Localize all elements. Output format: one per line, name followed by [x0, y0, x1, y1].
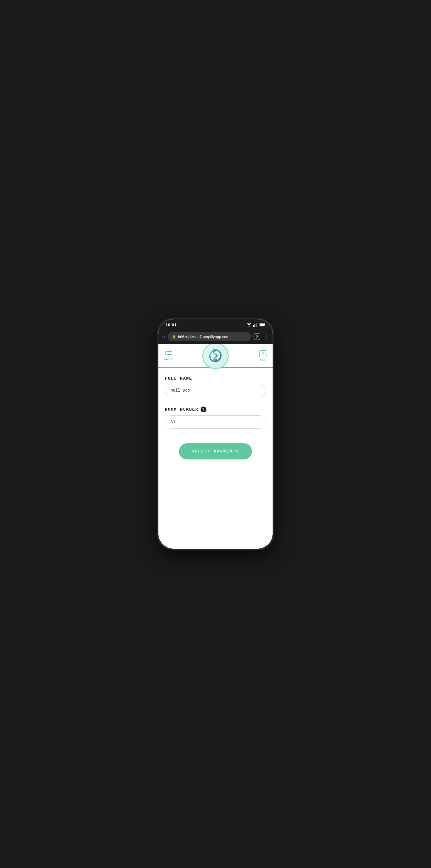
browser-chrome: ⌂ 🔒 b86zdj1zuug7.amplifyapp.com 2 ⋮ — [159, 330, 272, 344]
svg-rect-9 — [165, 351, 166, 352]
status-time: 10:01 — [166, 322, 177, 327]
full-name-label: FULL NAME — [165, 376, 266, 381]
browser-menu-button[interactable]: ⋮ — [263, 334, 269, 340]
phone-screen: 10:01 — [159, 319, 272, 549]
home-button[interactable]: ⌂ — [162, 334, 165, 340]
status-icons — [247, 323, 265, 327]
guide-label: GUIDE — [164, 358, 174, 361]
faq-label: FAQ — [260, 359, 265, 362]
full-name-group: FULL NAME — [165, 376, 266, 404]
lock-icon: 🔒 — [172, 335, 176, 339]
svg-rect-7 — [167, 353, 172, 353]
svg-rect-11 — [165, 354, 166, 355]
svg-rect-5 — [260, 323, 264, 326]
svg-rect-10 — [165, 352, 166, 353]
room-number-help-icon[interactable]: ? — [201, 406, 206, 412]
signal-icon — [253, 323, 257, 327]
status-bar: 10:01 — [159, 319, 272, 330]
svg-rect-6 — [167, 351, 172, 352]
room-number-label: ROOM NUMBER ? — [165, 406, 266, 412]
wifi-icon — [247, 323, 252, 327]
logo-circle — [202, 344, 229, 369]
url-text: b86zdj1zuug7.amplifyapp.com — [178, 335, 230, 339]
faq-icon: ? — [259, 350, 267, 358]
guide-nav[interactable]: GUIDE — [164, 351, 174, 361]
battery-icon — [259, 323, 265, 327]
form-area: FULL NAME ROOM NUMBER ? SELECT GARMENTS — [159, 368, 272, 468]
phone-frame: 10:01 — [159, 319, 272, 549]
svg-text:?: ? — [262, 352, 264, 356]
faq-nav[interactable]: ? FAQ — [259, 350, 267, 362]
guide-icon — [165, 351, 173, 357]
room-number-input[interactable] — [165, 415, 266, 429]
app-header: GUIDE — [159, 344, 272, 362]
logo-container — [202, 344, 229, 369]
app-content: GUIDE — [159, 344, 272, 549]
tab-count-button[interactable]: 2 — [254, 333, 260, 340]
svg-rect-1 — [254, 324, 255, 327]
logo-svg — [207, 347, 224, 364]
url-bar[interactable]: 🔒 b86zdj1zuug7.amplifyapp.com — [168, 332, 251, 341]
svg-rect-0 — [253, 325, 254, 327]
full-name-input[interactable] — [165, 384, 266, 397]
room-number-group: ROOM NUMBER ? — [165, 406, 266, 436]
select-garments-button[interactable]: SELECT GARMENTS — [179, 443, 252, 460]
svg-rect-8 — [167, 354, 172, 355]
svg-rect-2 — [256, 323, 257, 327]
svg-rect-3 — [257, 323, 257, 327]
